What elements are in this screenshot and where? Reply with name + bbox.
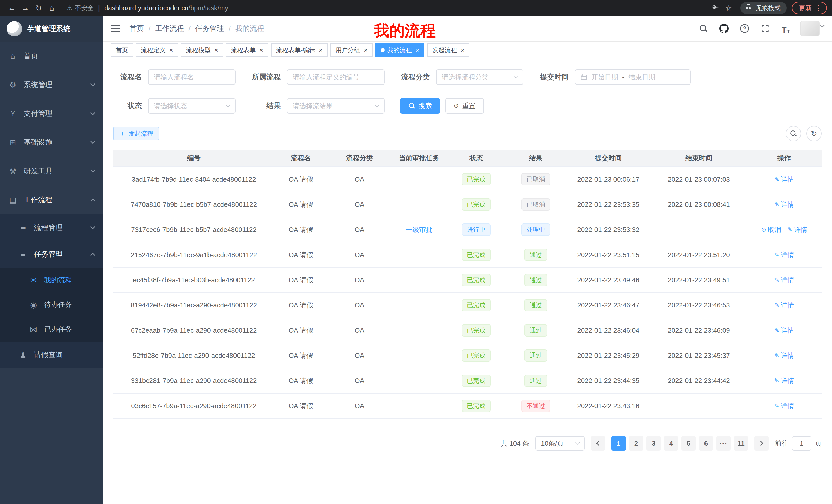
table-row: 819442e8-7b9a-11ec-a290-acde48001122OA 请… [113,293,822,318]
browser-home-button[interactable]: ⌂ [45,1,59,15]
page-button-6[interactable]: 6 [699,436,713,451]
sidebar-item-system[interactable]: ⚙系统管理 [0,71,103,99]
tab-start-process[interactable]: 发起流程× [427,44,469,57]
detail-action[interactable]: ✎详情 [774,250,794,259]
breadcrumb-item[interactable]: 首页 [130,24,144,33]
close-icon[interactable]: × [364,47,368,53]
avatar[interactable] [800,21,820,36]
breadcrumb-item[interactable]: 工作流程 [155,24,184,33]
bookmark-star-icon[interactable]: ☆ [722,1,735,15]
end-time-cell: 2022-01-23 00:08:41 [651,201,747,208]
tab-process-form[interactable]: 流程表单× [226,44,268,57]
toggle-search-button[interactable] [786,126,801,141]
tab-user-group[interactable]: 用户分组× [330,44,373,57]
create-process-button[interactable]: ＋ 发起流程 [113,127,159,140]
current-task-link[interactable]: 一级审批 [406,225,433,234]
browser-reload-button[interactable]: ↻ [32,1,45,15]
close-icon[interactable]: × [259,47,263,53]
sidebar-item-payment[interactable]: ¥支付管理 [0,99,103,128]
result-select[interactable]: 请选择流结果 [287,98,385,114]
status-select[interactable]: 请选择状态 [148,98,235,114]
parent-process-field[interactable] [293,73,379,81]
leave-query-icon: ♟ [19,351,28,360]
column-header: 状态 [446,153,506,163]
search-icon[interactable] [697,22,710,35]
detail-action[interactable]: ✎详情 [774,276,794,285]
refresh-button[interactable]: ↻ [806,126,822,141]
next-page-button[interactable] [754,436,769,451]
close-icon[interactable]: × [461,47,464,53]
page-button-2[interactable]: 2 [629,436,643,451]
detail-action[interactable]: ✎详情 [774,301,794,310]
page-button-1[interactable]: 1 [612,436,626,451]
address-bar[interactable]: ⚠ 不安全 | dashboard.yudao.iocoder.cn/bpm/t… [67,4,709,12]
close-icon[interactable]: × [169,47,173,53]
sidebar-item-task-manage[interactable]: ≡任务管理 [0,241,103,268]
browser-menu-icon[interactable]: ⋮ [815,4,822,12]
detail-action[interactable]: ✎详情 [774,200,794,209]
detail-action[interactable]: ✎详情 [787,225,807,234]
page-button-3[interactable]: 3 [646,436,661,451]
reset-button[interactable]: ↺ 重置 [445,98,484,114]
tab-process-form-edit[interactable]: 流程表单-编辑× [271,44,328,57]
page-button-11[interactable]: 11 [734,436,748,451]
close-icon[interactable]: × [214,47,218,53]
detail-label: 详情 [781,175,794,184]
tab-home[interactable]: 首页 [110,44,133,57]
category-select[interactable]: 请选择流程分类 [436,69,523,85]
fullscreen-icon[interactable] [759,22,771,35]
sidebar-toggle-icon[interactable] [111,25,120,32]
tab-process-definition[interactable]: 流程定义× [136,44,178,57]
close-icon[interactable]: × [319,47,323,53]
sidebar-item-done-tasks[interactable]: ⋈已办任务 [0,317,103,342]
breadcrumb-item[interactable]: 我的流程 [235,24,264,33]
search-label: 搜索 [419,102,432,110]
page-button-5[interactable]: 5 [681,436,696,451]
detail-action[interactable]: ✎详情 [774,351,794,360]
breadcrumb-item[interactable]: 任务管理 [196,24,224,33]
sidebar-item-leave-query[interactable]: ♟请假查询 [0,342,103,368]
update-button[interactable]: 更新 ⋮ [792,2,827,14]
help-icon[interactable]: ? [738,22,751,35]
password-key-icon[interactable] [709,1,722,15]
browser-back-button[interactable]: ← [5,1,19,15]
github-icon[interactable] [718,22,730,35]
actions-cell: ⊘取消✎详情 [747,225,822,234]
search-button[interactable]: 搜索 [400,98,440,114]
result-cell: 通过 [506,299,566,311]
prev-page-button[interactable] [591,436,605,451]
process-name-field[interactable] [154,73,230,81]
page-size-select[interactable]: 10条/页 [535,436,585,451]
pager-ellipsis[interactable]: ··· [716,436,731,451]
cancel-action[interactable]: ⊘取消 [761,225,781,234]
detail-action[interactable]: ✎详情 [774,376,794,385]
font-size-icon[interactable]: TT [780,22,792,35]
submit-time-cell: 2022-01-22 23:46:04 [566,327,651,334]
submit-time-range-picker[interactable]: 开始日期 - 结束日期 [575,69,691,85]
sidebar-item-dev-tools[interactable]: ⚒研发工具 [0,157,103,186]
tab-my-process[interactable]: 我的流程× [375,44,424,57]
app-logo[interactable]: 芋道管理系统 [0,16,103,41]
sidebar-item-home[interactable]: ⌂首页 [0,41,103,71]
process-name-input[interactable] [148,69,235,85]
close-icon[interactable]: × [415,47,419,53]
result-cell: 不通过 [506,400,566,412]
detail-action[interactable]: ✎详情 [774,326,794,335]
detail-action[interactable]: ✎详情 [774,401,794,411]
filter-parent-process: 所属流程 [251,69,385,85]
tab-label: 流程定义 [141,46,165,54]
sidebar-item-infrastructure[interactable]: ⊞基础设施 [0,128,103,157]
security-indicator[interactable]: ⚠ 不安全 [67,4,94,12]
actions-cell: ✎详情 [747,250,822,259]
sidebar-item-my-process[interactable]: ✉我的流程 [0,268,103,292]
page-button-4[interactable]: 4 [664,436,678,451]
goto-page-input[interactable] [792,436,811,451]
sidebar-item-workflow[interactable]: ▤工作流程 [0,186,103,214]
browser-forward-button[interactable]: → [19,1,32,15]
detail-action[interactable]: ✎详情 [774,175,794,184]
sidebar-item-todo-tasks[interactable]: ◉待办任务 [0,292,103,317]
user-menu[interactable] [800,21,824,36]
tab-process-model[interactable]: 流程模型× [181,44,223,57]
sidebar-item-process-manage[interactable]: ≣流程管理 [0,214,103,241]
parent-process-input[interactable] [287,69,385,85]
